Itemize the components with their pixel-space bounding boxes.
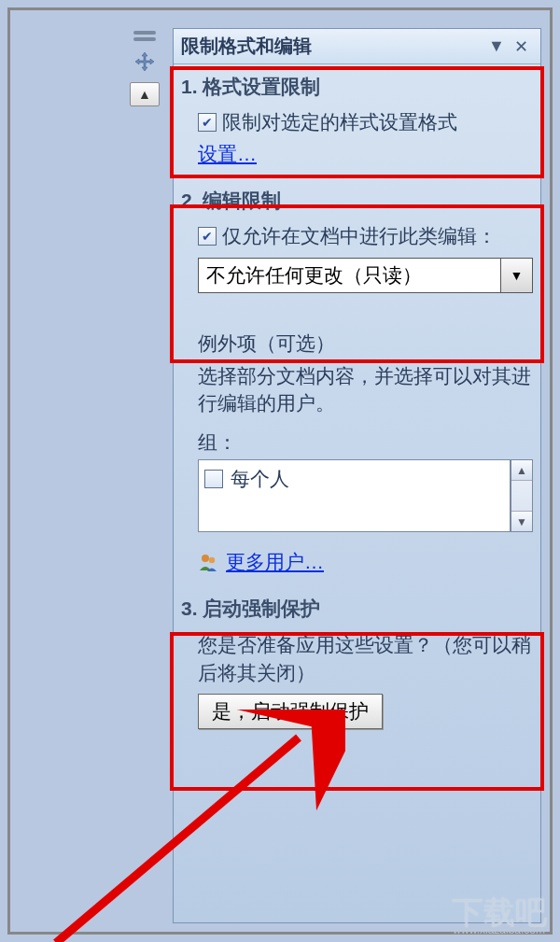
panel-menu-button[interactable]: ▼: [484, 35, 509, 59]
users-icon: [198, 552, 218, 572]
everyone-label: 每个人: [231, 466, 289, 492]
dropdown-arrow-button[interactable]: ▼: [501, 258, 533, 293]
editing-restriction-dropdown[interactable]: 不允许任何更改（只读） ▼: [198, 258, 533, 293]
formatting-checkbox-label: 限制对选定的样式设置格式: [222, 109, 457, 135]
groups-listbox[interactable]: 每个人: [198, 459, 511, 532]
listbox-scrollbar[interactable]: ▲ ▼: [511, 459, 533, 532]
grip-handle[interactable]: [133, 37, 156, 41]
scroll-up-icon[interactable]: ▲: [511, 460, 532, 481]
section-formatting: 1. 格式设置限制 限制对选定的样式设置格式 设置…: [181, 74, 533, 167]
restrict-editing-panel: 限制格式和编辑 ▼ ✕ 1. 格式设置限制 限制对选定的样式设置格式 设置… 2…: [173, 28, 541, 923]
section-editing: 2. 编辑限制 仅允许在文档中进行此类编辑： 不允许任何更改（只读） ▼ 例外项…: [181, 188, 533, 575]
exceptions-title: 例外项（可选）: [198, 330, 533, 357]
panel-header: 限制格式和编辑 ▼ ✕: [174, 29, 540, 64]
section3-heading: 3. 启动强制保护: [181, 596, 533, 622]
panel-close-button[interactable]: ✕: [509, 35, 533, 59]
panel-body: 1. 格式设置限制 限制对选定的样式设置格式 设置… 2. 编辑限制 仅允许在文…: [174, 64, 540, 922]
move-icon[interactable]: [132, 49, 158, 75]
watermark-url: www.xiazaiba.com: [453, 923, 545, 936]
grip-handle[interactable]: [133, 31, 156, 35]
group-label: 组：: [198, 429, 533, 456]
svg-point-1: [209, 557, 215, 563]
nav-up-button[interactable]: ▲: [130, 82, 160, 106]
everyone-checkbox[interactable]: [204, 470, 223, 488]
formatting-checkbox[interactable]: [198, 113, 217, 132]
more-users-link[interactable]: 更多用户…: [226, 549, 324, 575]
exceptions-desc: 选择部分文档内容，并选择可以对其进行编辑的用户。: [198, 362, 533, 417]
settings-link[interactable]: 设置…: [198, 143, 257, 164]
editing-checkbox-label: 仅允许在文档中进行此类编辑：: [222, 223, 497, 249]
svg-point-0: [202, 555, 209, 562]
enforce-prompt: 您是否准备应用这些设置？（您可以稍后将其关闭）: [198, 631, 533, 686]
panel-title: 限制格式和编辑: [181, 34, 484, 59]
section-enforce: 3. 启动强制保护 您是否准备应用这些设置？（您可以稍后将其关闭） 是，启动强制…: [181, 596, 533, 729]
dropdown-value: 不允许任何更改（只读）: [198, 258, 501, 293]
section2-heading: 2. 编辑限制: [181, 188, 533, 214]
editing-checkbox[interactable]: [198, 227, 217, 246]
left-gutter: ▲: [126, 28, 163, 110]
scroll-down-icon[interactable]: ▼: [511, 511, 532, 531]
start-enforcing-button[interactable]: 是，启动强制保护: [198, 694, 383, 729]
section1-heading: 1. 格式设置限制: [181, 74, 533, 100]
